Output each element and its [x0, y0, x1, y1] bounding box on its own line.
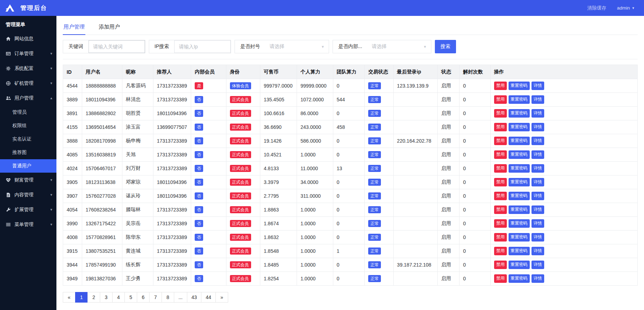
details-button[interactable]: 详情 — [531, 274, 544, 282]
identity-badge: 正式会员 — [230, 192, 251, 199]
cell-personal-power: 311.0000 — [297, 189, 333, 203]
reset-password-button[interactable]: 重置密码 — [509, 274, 530, 282]
details-button[interactable]: 详情 — [531, 233, 544, 241]
details-button[interactable]: 详情 — [531, 95, 544, 103]
page-number-button[interactable]: 2 — [87, 292, 100, 303]
details-button[interactable]: 详情 — [531, 192, 544, 200]
cell-last-login-ip: 220.164.202.78 — [393, 134, 437, 148]
details-button[interactable]: 详情 — [531, 247, 544, 255]
details-button[interactable]: 详情 — [531, 123, 544, 131]
cell-unban-count: 0 — [459, 272, 490, 286]
disable-button[interactable]: 禁用 — [494, 247, 507, 255]
disable-button[interactable]: 禁用 — [494, 82, 507, 90]
details-button[interactable]: 详情 — [531, 109, 544, 117]
sidebar-item-extension-mgmt[interactable]: 扩展管理▼ — [0, 202, 56, 217]
page-number-button[interactable]: 1 — [75, 292, 88, 303]
ip-input[interactable] — [174, 40, 231, 53]
reset-password-button[interactable]: 重置密码 — [509, 95, 530, 103]
reset-password-button[interactable]: 重置密码 — [509, 247, 530, 255]
sidebar-subitem-normal-users[interactable]: 普通用户 — [0, 159, 56, 173]
disable-button[interactable]: 禁用 — [494, 219, 507, 227]
page-number-button[interactable]: 8 — [162, 292, 174, 303]
details-button[interactable]: 详情 — [531, 178, 544, 186]
cell-referrer: 17313723389 — [153, 162, 191, 175]
sidebar-subitem-permission-groups[interactable]: 权限组 — [0, 119, 56, 132]
identity-badge-cell: 体验会员 — [226, 79, 260, 93]
details-button[interactable]: 详情 — [531, 82, 544, 90]
sidebar-item-user-mgmt[interactable]: 用户管理▲ — [0, 91, 56, 106]
admin-user-menu[interactable]: admin ▼ — [617, 5, 635, 11]
cell-sellable-coins: 1.8632 — [260, 231, 297, 244]
reset-password-button[interactable]: 重置密码 — [509, 82, 530, 90]
sidebar-item-miner-mgmt[interactable]: 矿机管理▼ — [0, 76, 56, 91]
details-button[interactable]: 详情 — [531, 261, 544, 269]
tab-user-management[interactable]: 用户管理 — [63, 20, 85, 35]
details-button[interactable]: 详情 — [531, 164, 544, 172]
internal-select[interactable]: 请选择 ▼ — [367, 40, 431, 53]
page-number-button[interactable]: 5 — [124, 292, 137, 303]
cell-unban-count: 0 — [459, 189, 490, 203]
sidebar-item-website-info[interactable]: 网站信息 — [0, 31, 56, 46]
details-button[interactable]: 详情 — [531, 219, 544, 227]
sidebar-item-content-mgmt[interactable]: 内容管理▼ — [0, 187, 56, 202]
sidebar-subitem-referral-image[interactable]: 推荐图 — [0, 146, 56, 159]
page-number-button[interactable]: 6 — [137, 292, 150, 303]
trade-status-badge-cell: 正常 — [365, 148, 393, 162]
reset-password-button[interactable]: 重置密码 — [509, 192, 530, 200]
reset-password-button[interactable]: 重置密码 — [509, 205, 530, 214]
tab-add-user[interactable]: 添加用户 — [98, 20, 121, 35]
disable-button[interactable]: 禁用 — [494, 164, 507, 172]
clear-cache-button[interactable]: 清除缓存 — [587, 5, 606, 11]
reset-password-button[interactable]: 重置密码 — [509, 178, 530, 186]
cell-actions: 禁用重置密码详情 — [490, 231, 637, 244]
reset-password-button[interactable]: 重置密码 — [509, 137, 530, 145]
identity-badge-cell: 正式会员 — [226, 217, 260, 231]
disable-button[interactable]: 禁用 — [494, 205, 507, 214]
cell-id: 3888 — [63, 134, 82, 148]
internal-member-badge: 否 — [195, 248, 203, 255]
disable-button[interactable]: 禁用 — [494, 95, 507, 103]
sidebar-item-order-mgmt[interactable]: 订单管理▼ — [0, 46, 56, 61]
prev-page-button[interactable]: « — [63, 292, 75, 303]
disable-button[interactable]: 禁用 — [494, 233, 507, 241]
reset-password-button[interactable]: 重置密码 — [509, 164, 530, 172]
reset-password-button[interactable]: 重置密码 — [509, 123, 530, 131]
sidebar-subitem-admins[interactable]: 管理员 — [0, 106, 56, 119]
disable-button[interactable]: 禁用 — [494, 137, 507, 145]
banned-select[interactable]: 请选择 ▼ — [265, 40, 329, 53]
disable-button[interactable]: 禁用 — [494, 178, 507, 186]
disable-button[interactable]: 禁用 — [494, 192, 507, 200]
page-number-button[interactable]: 44 — [201, 292, 216, 303]
reset-password-button[interactable]: 重置密码 — [509, 233, 530, 241]
details-button[interactable]: 详情 — [531, 137, 544, 145]
next-page-button[interactable]: » — [215, 292, 228, 303]
keyword-input[interactable] — [89, 40, 145, 53]
cell-id: 3905 — [63, 175, 82, 189]
disable-button[interactable]: 禁用 — [494, 123, 507, 131]
cell-referrer: 17313723389 — [153, 272, 191, 286]
page-number-button[interactable]: 7 — [149, 292, 162, 303]
sidebar-item-menu-mgmt[interactable]: 菜单管理▼ — [0, 217, 56, 232]
cell-sellable-coins: 3.3979 — [260, 175, 297, 189]
sidebar-item-system-config[interactable]: 系统配置▼ — [0, 61, 56, 76]
reset-password-button[interactable]: 重置密码 — [509, 109, 530, 117]
page-number-button[interactable]: 4 — [112, 292, 125, 303]
page-number-button[interactable]: 43 — [187, 292, 202, 303]
cell-last-login-ip — [393, 175, 437, 189]
reset-password-button[interactable]: 重置密码 — [509, 150, 530, 159]
disable-button[interactable]: 禁用 — [494, 109, 507, 117]
details-button[interactable]: 详情 — [531, 205, 544, 214]
reset-password-button[interactable]: 重置密码 — [509, 261, 530, 269]
search-button[interactable]: 搜索 — [435, 40, 456, 53]
disable-button[interactable]: 禁用 — [494, 261, 507, 269]
sidebar-subitem-realname-auth[interactable]: 实名认证 — [0, 132, 56, 146]
reset-password-button[interactable]: 重置密码 — [509, 219, 530, 227]
disable-button[interactable]: 禁用 — [494, 150, 507, 159]
disable-button[interactable]: 禁用 — [494, 274, 507, 282]
details-button[interactable]: 详情 — [531, 150, 544, 159]
sidebar-item-wealth-mgmt[interactable]: 财富管理▼ — [0, 173, 56, 187]
page-number-button[interactable]: 3 — [100, 292, 113, 303]
column-header: 团队算力 — [333, 65, 365, 79]
cell-actions: 禁用重置密码详情 — [490, 93, 637, 107]
sidebar-item-label: 扩展管理 — [14, 207, 34, 213]
